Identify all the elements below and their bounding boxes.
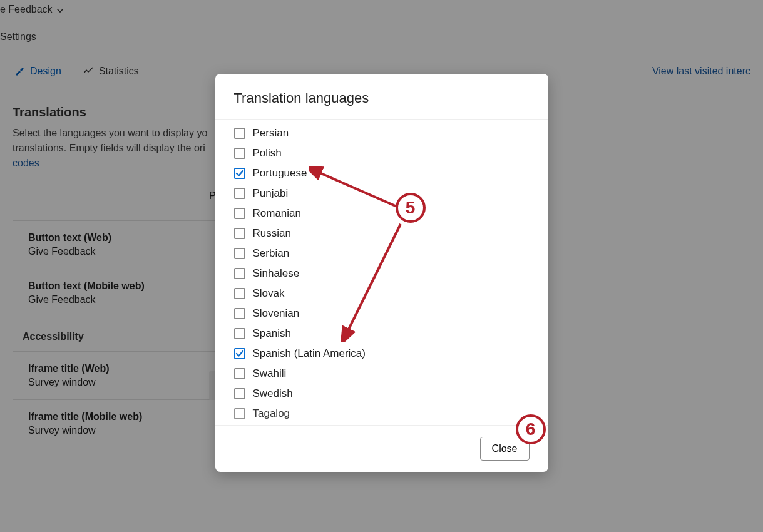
language-option[interactable]: Spanish <box>234 324 530 344</box>
language-option[interactable]: Tagalog <box>234 404 530 424</box>
language-label: Polish <box>253 147 282 160</box>
language-label: Swahili <box>253 367 287 380</box>
language-checkbox[interactable] <box>234 348 245 359</box>
language-option[interactable]: Spanish (Latin America) <box>234 344 530 364</box>
language-option[interactable]: Sinhalese <box>234 263 530 284</box>
language-label: Spanish (Latin America) <box>253 347 366 360</box>
language-checkbox[interactable] <box>234 288 245 299</box>
annotation-5-label: 5 <box>406 198 416 218</box>
annotation-6-label: 6 <box>526 419 536 439</box>
language-label: Tagalog <box>253 407 290 420</box>
language-label: Romanian <box>253 207 302 220</box>
language-option[interactable]: Polish <box>234 143 530 163</box>
modal-title: Translation languages <box>215 74 548 120</box>
translation-languages-modal: Translation languages PersianPolishPortu… <box>215 74 548 472</box>
language-checkbox[interactable] <box>234 128 245 139</box>
language-label: Slovenian <box>253 307 300 320</box>
language-option[interactable]: Russian <box>234 223 530 243</box>
modal-overlay: Translation languages PersianPolishPortu… <box>0 0 763 532</box>
language-checkbox[interactable] <box>234 368 245 379</box>
language-label: Spanish <box>253 327 291 340</box>
annotation-5: 5 <box>396 193 426 223</box>
modal-footer: Close <box>215 425 548 472</box>
language-option[interactable]: Slovak <box>234 284 530 304</box>
language-label: Russian <box>253 227 291 240</box>
language-list[interactable]: PersianPolishPortuguesePunjabiRomanianRu… <box>215 120 548 425</box>
language-checkbox[interactable] <box>234 168 245 179</box>
language-label: Slovak <box>253 287 285 300</box>
language-label: Persian <box>253 127 289 140</box>
language-checkbox[interactable] <box>234 408 245 419</box>
language-option[interactable]: Punjabi <box>234 183 530 203</box>
language-label: Swedish <box>253 387 293 400</box>
language-checkbox[interactable] <box>234 208 245 219</box>
language-checkbox[interactable] <box>234 228 245 239</box>
language-checkbox[interactable] <box>234 268 245 279</box>
annotation-6: 6 <box>516 414 546 444</box>
page-root: e Feedback Settings Design Statistics Vi… <box>0 0 763 532</box>
language-checkbox[interactable] <box>234 148 245 159</box>
language-option[interactable]: Swedish <box>234 384 530 404</box>
language-checkbox[interactable] <box>234 308 245 319</box>
language-checkbox[interactable] <box>234 188 245 199</box>
language-label: Portuguese <box>253 167 307 180</box>
language-label: Punjabi <box>253 187 289 200</box>
language-option[interactable]: Romanian <box>234 203 530 223</box>
language-option[interactable]: Persian <box>234 123 530 143</box>
language-option[interactable]: Swahili <box>234 364 530 384</box>
language-checkbox[interactable] <box>234 248 245 259</box>
language-label: Serbian <box>253 247 290 260</box>
language-option[interactable]: Portuguese <box>234 163 530 183</box>
language-checkbox[interactable] <box>234 388 245 399</box>
language-option[interactable]: Serbian <box>234 243 530 263</box>
language-checkbox[interactable] <box>234 328 245 339</box>
language-label: Sinhalese <box>253 267 300 280</box>
language-option[interactable]: Slovenian <box>234 304 530 324</box>
